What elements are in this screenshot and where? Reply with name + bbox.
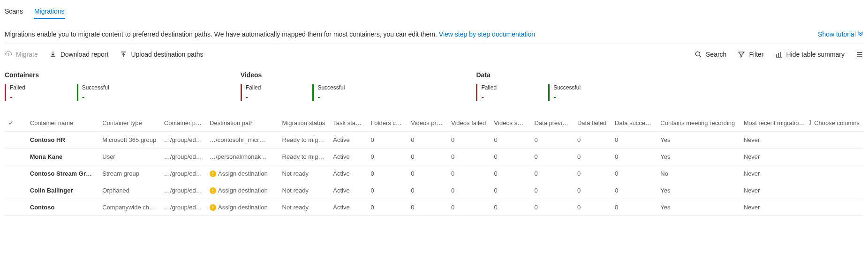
summary-group-containers: Containers Failed - Successful - — [5, 71, 109, 101]
cell-videos-succ: 0 — [491, 199, 531, 216]
assign-destination-link[interactable]: Assign destination — [218, 187, 268, 194]
col-data-prev[interactable]: Data previo… — [530, 114, 574, 132]
cell-folders-created: 0 — [367, 199, 407, 216]
col-videos-failed[interactable]: Videos failed — [447, 114, 491, 132]
cell-task-status: Active — [329, 199, 367, 216]
cell-data-prev: 0 — [530, 165, 574, 182]
col-data-successful[interactable]: Data successful — [611, 114, 657, 132]
cell-data-successful: 0 — [611, 132, 657, 148]
search-icon — [694, 51, 702, 58]
cell-container-path: …/group/ed53… — [160, 148, 206, 165]
row-checkbox[interactable] — [5, 199, 26, 216]
row-checkbox[interactable] — [5, 148, 26, 165]
table-row[interactable]: Contoso HR Microsoft 365 group …/group/e… — [5, 132, 863, 148]
more-menu-button[interactable] — [856, 51, 863, 58]
tab-scans[interactable]: Scans — [5, 5, 23, 19]
col-most-recent[interactable]: Most recent migration ↓ — [740, 114, 810, 132]
cell-destination-path: …/personal/monak… — [206, 148, 278, 165]
search-label: Search — [706, 51, 726, 58]
data-failed-value: - — [481, 93, 497, 101]
cell-data-failed: 0 — [574, 148, 611, 165]
col-data-failed[interactable]: Data failed — [574, 114, 611, 132]
cell-task-status: Active — [329, 148, 367, 165]
hide-summary-button[interactable]: Hide table summary — [775, 51, 845, 58]
summary-groups: Containers Failed - Successful - Videos … — [5, 62, 863, 106]
upload-paths-button[interactable]: Upload destination paths — [120, 51, 203, 58]
col-container-path[interactable]: Container path — [160, 114, 206, 132]
toolbar-right: Search Filter Hide table summary — [694, 51, 863, 58]
cell-container-name: Contoso — [26, 199, 98, 216]
col-destination-path[interactable]: Destination path — [206, 114, 278, 132]
columns-icon — [809, 119, 811, 126]
cell-container-type: Orphaned — [98, 182, 160, 199]
table-row[interactable]: Colin Ballinger Orphaned …/group/ed53… !… — [5, 182, 863, 199]
cell-videos-prev: 0 — [407, 132, 447, 148]
search-button[interactable]: Search — [694, 51, 726, 58]
table-header-row: ✓ Container name Container type Containe… — [5, 114, 863, 132]
cell-videos-failed: 0 — [447, 182, 491, 199]
row-checkbox[interactable] — [5, 165, 26, 182]
cell-videos-prev: 0 — [407, 199, 447, 216]
cell-data-successful: 0 — [611, 199, 657, 216]
cell-folders-created: 0 — [367, 132, 407, 148]
cell-videos-succ: 0 — [491, 165, 531, 182]
filter-button[interactable]: Filter — [738, 51, 763, 58]
cell-migration-status: Not ready — [279, 165, 330, 182]
cell-container-name: Colin Ballinger — [26, 182, 98, 199]
cell-migration-status: Not ready — [279, 199, 330, 216]
cell-container-name: Mona Kane — [26, 148, 98, 165]
info-bar: Migrations enable you to migrate content… — [5, 19, 863, 44]
videos-successful-value: - — [317, 93, 345, 101]
cell-videos-prev: 0 — [407, 148, 447, 165]
table-row[interactable]: Mona Kane User …/group/ed53… …/personal/… — [5, 148, 863, 165]
tab-migrations[interactable]: Migrations — [34, 5, 65, 19]
col-folders-created[interactable]: Folders created — [367, 114, 407, 132]
col-container-type[interactable]: Container type — [98, 114, 160, 132]
cell-videos-prev: 0 — [407, 182, 447, 199]
choose-columns-button[interactable]: Choose columns — [809, 114, 863, 132]
cell-task-status: Active — [329, 182, 367, 199]
checkmark-icon: ✓ — [8, 119, 14, 126]
col-videos-succ[interactable]: Videos succ… — [491, 114, 531, 132]
data-successful-value: - — [553, 93, 581, 101]
table-row[interactable]: Contoso Companywide channel …/group/ed53… — [5, 199, 863, 216]
cell-spacer — [809, 182, 863, 199]
table-row[interactable]: Contoso Stream Group Stream group …/grou… — [5, 165, 863, 182]
cell-data-successful: 0 — [611, 182, 657, 199]
cell-container-name: Contoso Stream Group — [26, 165, 98, 182]
cell-destination-path: !Assign destination — [206, 182, 278, 199]
cell-migration-status: Not ready — [279, 182, 330, 199]
filter-icon — [738, 51, 745, 58]
assign-destination-link[interactable]: Assign destination — [218, 204, 268, 211]
show-tutorial-button[interactable]: Show tutorial — [818, 30, 863, 38]
cell-folders-created: 0 — [367, 182, 407, 199]
info-text: Migrations enable you to migrate content… — [5, 30, 535, 38]
assign-destination-link[interactable]: Assign destination — [218, 170, 268, 177]
cell-task-status: Active — [329, 165, 367, 182]
col-videos-prev[interactable]: Videos prev… — [407, 114, 447, 132]
info-message: Migrations enable you to migrate content… — [5, 30, 439, 38]
select-all-checkbox[interactable]: ✓ — [5, 114, 26, 132]
col-container-name[interactable]: Container name — [26, 114, 98, 132]
videos-failed-label: Failed — [246, 84, 261, 91]
warning-icon: ! — [210, 204, 216, 211]
summary-title-videos: Videos — [241, 71, 345, 79]
cell-contains-meeting: No — [657, 165, 740, 182]
cell-data-prev: 0 — [530, 132, 574, 148]
download-report-button[interactable]: Download report — [49, 51, 109, 58]
cell-container-type: User — [98, 148, 160, 165]
col-task-status[interactable]: Task status — [329, 114, 367, 132]
col-contains-meeting[interactable]: Contains meeting recording — [657, 114, 740, 132]
documentation-link[interactable]: View step by step documentation — [439, 30, 535, 38]
cell-videos-failed: 0 — [447, 199, 491, 216]
cloud-upload-icon — [5, 51, 12, 58]
cell-data-prev: 0 — [530, 199, 574, 216]
svg-point-0 — [696, 52, 700, 56]
row-checkbox[interactable] — [5, 182, 26, 199]
col-migration-status[interactable]: Migration status — [279, 114, 330, 132]
cell-most-recent: Never — [740, 132, 810, 148]
cell-container-name: Contoso HR — [26, 132, 98, 148]
row-checkbox[interactable] — [5, 132, 26, 148]
cell-videos-succ: 0 — [491, 132, 531, 148]
filter-label: Filter — [749, 51, 763, 58]
